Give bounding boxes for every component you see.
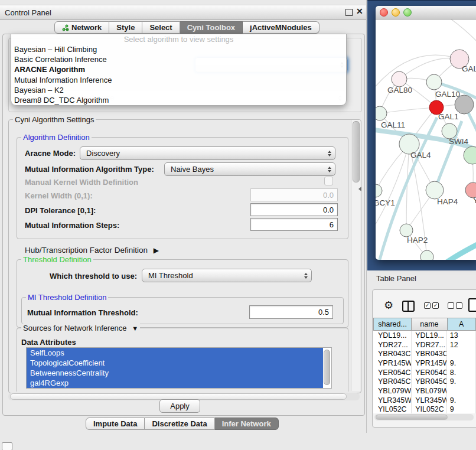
- tab-style[interactable]: Style: [109, 21, 142, 34]
- network-window-titlebar: [376, 6, 476, 19]
- control-panel-window: Control Panel ✕ Network Style: [0, 0, 367, 433]
- node-label: GAL10: [435, 90, 460, 99]
- mi-threshold-label: Mutual Information Threshold:: [27, 308, 138, 317]
- dropdown-item[interactable]: Basic Correlation Inference: [11, 54, 346, 64]
- list-item[interactable]: SelfLoops: [27, 348, 323, 358]
- node-label: HAP4: [437, 197, 458, 206]
- mi-threshold-group-title: MI Threshold Definition: [26, 293, 108, 302]
- deselect-all-columns-icon[interactable]: [448, 302, 462, 309]
- kernel-width-field[interactable]: 0.0: [250, 188, 338, 201]
- threshold-definition-title: Threshold Definition: [21, 255, 93, 264]
- settings-vertical-scrollbar[interactable]: [351, 120, 360, 391]
- column-header[interactable]: shared...: [373, 318, 412, 331]
- float-window-icon[interactable]: [345, 9, 353, 16]
- table-row[interactable]: YBR045C YBR045C 9.: [373, 377, 475, 386]
- aracne-mode-combobox[interactable]: Discovery: [80, 146, 335, 160]
- columns-icon[interactable]: [402, 301, 415, 312]
- table-row[interactable]: YDL19... YDL19... 13: [373, 331, 475, 340]
- dropdown-item[interactable]: Bayesian – K2: [11, 85, 346, 95]
- node-label: GAL: [462, 64, 476, 73]
- splitter-collapse-icon[interactable]: [358, 187, 361, 191]
- zoom-traffic-light-icon[interactable]: [403, 8, 412, 17]
- table-row[interactable]: YIL052C YIL052C 9: [373, 405, 475, 414]
- list-item[interactable]: TopologicalCoefficient: [27, 358, 323, 368]
- node-label: GAL11: [381, 120, 405, 129]
- scrollbar-thumb[interactable]: [353, 121, 360, 182]
- node-hap2[interactable]: [400, 224, 413, 237]
- tab-impute-data[interactable]: Impute Data: [86, 418, 145, 430]
- list-item[interactable]: gal4RGexp: [27, 378, 323, 388]
- gear-icon[interactable]: ⚙: [384, 299, 393, 312]
- mi-type-label: Mutual Information Algorithm Type:: [25, 165, 154, 174]
- sources-group-title[interactable]: Sources for Network Inference ▼: [21, 324, 140, 332]
- table-panel-title: Table Panel: [376, 274, 416, 283]
- minimize-traffic-light-icon[interactable]: [392, 8, 400, 17]
- node-gal10[interactable]: [426, 74, 442, 90]
- dropdown-prompt: Select algorithm to view settings: [11, 34, 346, 44]
- minimized-panel-icon[interactable]: [2, 442, 12, 450]
- tab-cyni-toolbox[interactable]: Cyni Toolbox: [180, 21, 243, 34]
- dpi-tolerance-label: DPI Tolerance [0,1]:: [25, 206, 96, 215]
- node-gal11[interactable]: [376, 106, 387, 120]
- node-gcy1[interactable]: [376, 184, 382, 197]
- tab-network[interactable]: Network: [54, 21, 109, 34]
- close-icon[interactable]: ✕: [356, 6, 363, 16]
- node-label: GAL80: [387, 86, 412, 94]
- window-title: Control Panel: [5, 8, 51, 17]
- aracne-mode-label: Aracne Mode:: [25, 149, 76, 158]
- node-label: HAP2: [407, 236, 428, 244]
- table-row[interactable]: YBR043C YBR043C: [373, 349, 475, 358]
- chevron-right-icon: ▶: [154, 246, 159, 255]
- table-row[interactable]: YER054C YER054C 8.: [373, 368, 475, 377]
- table-horizontal-scrollbar[interactable]: [374, 414, 474, 420]
- close-traffic-light-icon[interactable]: [380, 8, 388, 17]
- tab-select[interactable]: Select: [142, 21, 180, 34]
- list-scrollbar-thumb[interactable]: [324, 350, 330, 385]
- dropdown-item[interactable]: Mutual Information Inference: [11, 75, 346, 85]
- scrollbar-thumb[interactable]: [376, 415, 448, 420]
- network-icon: [62, 24, 69, 31]
- mi-steps-field[interactable]: 6: [250, 218, 338, 231]
- table-row[interactable]: YPR145W YPR145W 9.: [373, 358, 475, 368]
- dropdown-item[interactable]: Bayesian – Hill Climbing: [11, 44, 346, 54]
- which-threshold-combobox[interactable]: MI Threshold: [142, 269, 312, 282]
- node-green-right[interactable]: [464, 146, 476, 164]
- dpi-tolerance-field[interactable]: 0.0: [250, 203, 338, 216]
- network-canvas[interactable]: GAL80 GAL10 GAL1 GAL11 GAL4 SWI4 GCY1 HA…: [376, 19, 476, 260]
- node-gal80[interactable]: [392, 71, 407, 87]
- tab-discretize-data[interactable]: Discretize Data: [145, 418, 214, 430]
- column-header[interactable]: A: [448, 318, 476, 331]
- data-attributes-label: Data Attributes: [21, 338, 76, 347]
- manual-kernel-checkbox[interactable]: [324, 177, 333, 185]
- export-table-icon[interactable]: [468, 298, 476, 312]
- apply-button[interactable]: Apply: [159, 399, 200, 413]
- mi-type-combobox[interactable]: Naive Bayes: [164, 162, 335, 176]
- which-threshold-label: Which threshold to use:: [50, 272, 137, 281]
- column-header[interactable]: name: [412, 318, 447, 331]
- tab-jactivemnodules[interactable]: jActiveMNodules: [243, 21, 319, 34]
- dropdown-item-selected[interactable]: ARACNE Algorithm: [11, 64, 346, 74]
- manual-kernel-label: Manual Kernel Width Definition: [25, 178, 138, 187]
- kernel-width-label: Kernel Width (0,1):: [25, 191, 93, 200]
- dropdown-item[interactable]: Dream8 DC_TDC Algorithm: [11, 95, 346, 105]
- select-all-columns-icon[interactable]: ✓ ✓: [424, 302, 439, 309]
- network-view-window: GAL80 GAL10 GAL1 GAL11 GAL4 SWI4 GCY1 HA…: [376, 6, 476, 260]
- stepper-icon: [328, 147, 331, 159]
- tab-infer-network[interactable]: Infer Network: [215, 418, 279, 430]
- control-panel-titlebar: Control Panel: [0, 5, 366, 20]
- table-row[interactable]: YBL079W YBL079W: [373, 386, 475, 396]
- list-item[interactable]: BetweennessCentrality: [27, 368, 323, 378]
- mi-threshold-field[interactable]: 0.5: [249, 305, 333, 319]
- table-row[interactable]: YLR345W YLR345W 9.: [373, 396, 475, 405]
- table-body: YDL19... YDL19... 13 YDR27... YDR27... 1…: [373, 331, 475, 413]
- table-row[interactable]: YDR27... YDR27... 12: [373, 340, 475, 350]
- node-hap4[interactable]: [426, 181, 444, 199]
- data-attributes-list[interactable]: SelfLoops TopologicalCoefficient Between…: [26, 347, 332, 389]
- stepper-icon: [328, 163, 331, 175]
- settings-group-title: Cyni Algorithm Settings: [13, 115, 96, 124]
- algorithm-definition-title: Algorithm Definition: [21, 133, 92, 142]
- node-label: SWI4: [449, 137, 468, 146]
- hub-section-toggle[interactable]: Hub/Transcription Factor Definition ▶: [25, 246, 159, 255]
- cyni-bottom-tabbar: Impute Data Discretize Data Infer Networ…: [86, 418, 279, 430]
- chevron-down-icon: ▼: [132, 325, 138, 332]
